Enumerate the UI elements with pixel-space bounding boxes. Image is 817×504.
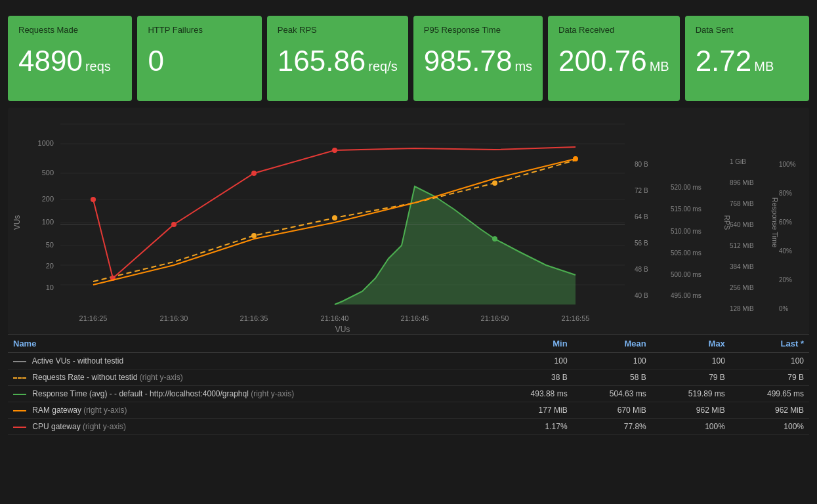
svg-text:128 MiB: 128 MiB <box>730 305 754 312</box>
svg-text:80 B: 80 B <box>635 161 648 168</box>
svg-text:21:16:25: 21:16:25 <box>79 314 108 322</box>
row-min-1: 38 B <box>494 369 573 386</box>
svg-text:56 B: 56 B <box>635 240 648 247</box>
row-mean-4: 77.8% <box>573 419 652 435</box>
row-last-0: 100 <box>730 353 809 369</box>
row-mean-1: 58 B <box>573 369 652 386</box>
metric-card-0: Requests Made 4890reqs <box>8 16 132 101</box>
metric-value-3: 985.78ms <box>424 47 532 75</box>
row-last-4: 100% <box>730 419 809 435</box>
svg-point-61 <box>171 222 177 227</box>
svg-text:80%: 80% <box>779 190 792 197</box>
metrics-row: Requests Made 4890reqs HTTP Failures 0 P… <box>0 16 817 101</box>
metric-card-1: HTTP Failures 0 <box>137 16 261 101</box>
row-name-1: Requests Rate - without testid (right y-… <box>8 369 494 386</box>
svg-text:100%: 100% <box>779 161 796 168</box>
svg-text:20: 20 <box>46 262 54 270</box>
svg-text:1000: 1000 <box>38 139 54 147</box>
col-min: Min <box>494 335 573 353</box>
svg-point-56 <box>251 233 257 238</box>
row-name-2: Response Time (avg) - - default - http:/… <box>8 386 494 402</box>
svg-text:0%: 0% <box>779 305 789 312</box>
svg-text:520.00 ms: 520.00 ms <box>671 184 702 191</box>
svg-text:384 MiB: 384 MiB <box>730 263 754 270</box>
row-name-0: Active VUs - without testid <box>8 353 494 369</box>
svg-text:48 B: 48 B <box>635 266 648 273</box>
metric-label-0: Requests Made <box>18 25 121 35</box>
svg-text:495.00 ms: 495.00 ms <box>671 292 702 299</box>
svg-point-58 <box>492 180 497 186</box>
metric-label-4: Data Received <box>558 25 669 35</box>
svg-text:40 B: 40 B <box>635 292 648 299</box>
svg-text:200: 200 <box>42 195 54 203</box>
svg-point-59 <box>91 197 96 202</box>
metric-card-2: Peak RPS 165.86req/s <box>267 16 408 101</box>
table-row: Active VUs - without testid 100 100 100 … <box>8 353 809 369</box>
svg-text:510.00 ms: 510.00 ms <box>671 228 702 235</box>
svg-text:512 MiB: 512 MiB <box>730 242 754 249</box>
metric-label-1: HTTP Failures <box>148 25 251 35</box>
svg-text:21:16:35: 21:16:35 <box>240 314 268 322</box>
chart-container: 10 20 50 100 200 500 1000 VUs 40 B 48 B … <box>8 108 809 334</box>
row-min-0: 100 <box>494 353 573 369</box>
svg-text:40%: 40% <box>779 247 792 255</box>
chart-svg: 10 20 50 100 200 500 1000 VUs 40 B 48 B … <box>8 108 809 334</box>
svg-text:VUs: VUs <box>12 215 22 230</box>
metric-value-4: 200.76MB <box>558 47 669 75</box>
svg-text:505.00 ms: 505.00 ms <box>671 249 702 257</box>
row-min-4: 1.17% <box>494 419 573 435</box>
row-max-4: 100% <box>652 419 730 435</box>
svg-point-63 <box>332 148 337 153</box>
svg-point-64 <box>573 156 578 161</box>
metric-value-0: 4890reqs <box>18 47 121 75</box>
row-min-3: 177 MiB <box>494 402 573 419</box>
row-mean-3: 670 MiB <box>573 402 652 419</box>
svg-point-62 <box>251 171 257 176</box>
metric-value-2: 165.86req/s <box>278 47 398 75</box>
metric-label-5: Data Sent <box>696 25 799 35</box>
svg-text:21:16:45: 21:16:45 <box>401 314 429 322</box>
col-mean: Mean <box>573 335 652 353</box>
svg-text:10: 10 <box>46 284 54 291</box>
data-table: Name Min Mean Max Last * Active VUs - wi… <box>8 334 809 435</box>
svg-text:Response Time: Response Time <box>771 198 779 247</box>
metric-label-3: P95 Response Time <box>424 25 532 35</box>
svg-point-57 <box>332 215 337 220</box>
svg-text:640 MiB: 640 MiB <box>730 221 754 228</box>
row-max-2: 519.89 ms <box>652 386 730 402</box>
table-row: CPU gateway (right y-axis) 1.17% 77.8% 1… <box>8 419 809 435</box>
row-max-3: 962 MiB <box>652 402 730 419</box>
svg-text:21:16:40: 21:16:40 <box>321 314 349 322</box>
svg-text:896 MiB: 896 MiB <box>730 179 754 186</box>
svg-text:256 MiB: 256 MiB <box>730 284 754 291</box>
svg-text:100: 100 <box>42 218 54 226</box>
metric-card-5: Data Sent 2.72MB <box>685 16 809 101</box>
row-mean-2: 504.63 ms <box>573 386 652 402</box>
svg-text:72 B: 72 B <box>635 187 648 194</box>
svg-text:768 MiB: 768 MiB <box>730 200 754 207</box>
row-last-3: 962 MiB <box>730 402 809 419</box>
table-row: RAM gateway (right y-axis) 177 MiB 670 M… <box>8 402 809 419</box>
svg-text:VUs: VUs <box>335 325 350 334</box>
row-name-4: CPU gateway (right y-axis) <box>8 419 494 435</box>
svg-text:21:16:55: 21:16:55 <box>562 314 590 322</box>
metric-value-1: 0 <box>148 47 251 75</box>
svg-text:500: 500 <box>42 169 54 177</box>
svg-text:21:16:50: 21:16:50 <box>481 314 509 322</box>
svg-text:1 GiB: 1 GiB <box>730 158 746 165</box>
metric-card-4: Data Received 200.76MB <box>548 16 680 101</box>
row-min-2: 493.88 ms <box>494 386 573 402</box>
svg-text:21:16:30: 21:16:30 <box>160 314 188 322</box>
svg-text:60%: 60% <box>779 219 792 226</box>
svg-text:50: 50 <box>46 241 54 249</box>
chart-section: 10 20 50 100 200 500 1000 VUs 40 B 48 B … <box>0 108 817 334</box>
col-last: Last * <box>730 335 809 353</box>
row-max-1: 79 B <box>652 369 730 386</box>
metric-card-3: P95 Response Time 985.78ms <box>413 16 543 101</box>
table-row: Requests Rate - without testid (right y-… <box>8 369 809 386</box>
row-name-3: RAM gateway (right y-axis) <box>8 402 494 419</box>
col-name: Name <box>8 335 494 353</box>
row-max-0: 100 <box>652 353 730 369</box>
table-row: Response Time (avg) - - default - http:/… <box>8 386 809 402</box>
svg-point-54 <box>492 236 497 242</box>
